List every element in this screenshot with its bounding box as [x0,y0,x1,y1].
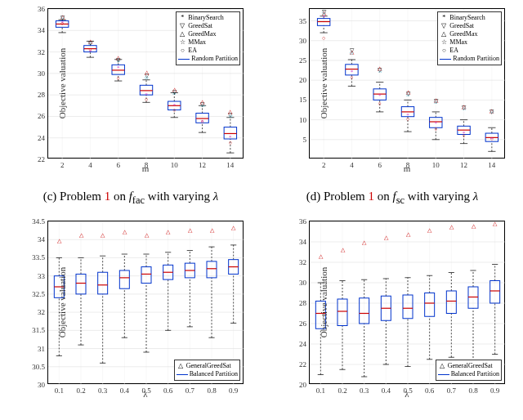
legend-item: Balanced Partition [177,370,238,378]
svg-text:△: △ [319,253,324,260]
svg-text:△: △ [427,227,432,234]
plot-area: *******▽▽▽▽▽▽▽△△△△△△△☆☆☆☆☆☆☆○○○○○○○ Obje… [309,8,505,159]
legend-item: Random Partition [440,55,499,63]
svg-text:○: ○ [172,107,176,114]
legend-item: △GreedMax [178,30,238,38]
svg-text:*: * [378,92,382,99]
y-axis-label: Objective valuation [319,267,329,337]
x-axis-label: m [309,163,505,173]
svg-text:△: △ [101,232,105,239]
svg-text:○: ○ [145,96,148,103]
svg-text:△: △ [123,229,127,235]
svg-text:*: * [117,65,120,71]
legend: *BinarySearch ▽GreedSat △GreedMax ☆MMax … [176,11,240,65]
svg-text:△: △ [210,227,215,234]
svg-text:△: △ [341,247,346,253]
caption-d: (d) Problem 1 on fsc with varying λ [270,190,515,207]
svg-text:○: ○ [350,74,353,81]
svg-text:△: △ [362,239,367,246]
svg-text:☆: ☆ [116,57,121,64]
legend-item: ▽GreedSat [440,22,499,30]
legend-item: ☆MMax [440,38,499,47]
svg-text:○: ○ [490,136,494,142]
y-axis-label: Objective valuation [319,48,329,118]
x-axis-label: λ [309,389,505,399]
svg-text:○: ○ [200,118,203,125]
legend: *BinarySearch ▽GreedSat △GreedMax ☆MMax … [437,11,502,65]
svg-text:○: ○ [406,116,409,123]
plot-area: △△△△△△△△△ Objective valuation △GeneralGr… [309,221,505,384]
svg-text:☆: ☆ [172,90,177,96]
svg-text:☆: ☆ [87,40,92,47]
svg-text:△: △ [493,221,498,227]
svg-text:△: △ [188,227,193,234]
svg-text:☆: ☆ [378,68,382,74]
legend-item: △GreedMax [440,30,499,38]
svg-text:○: ○ [229,140,232,146]
svg-text:☆: ☆ [489,109,494,115]
panel-bottom-right: △△△△△△△△△ Objective valuation △GeneralGr… [270,212,515,409]
legend-item: *BinarySearch [440,14,499,22]
svg-text:△: △ [449,224,454,230]
svg-text:△: △ [384,235,389,241]
panel-top-left: *******▽▽▽▽▽▽▽△△△△△△△☆☆☆☆☆☆☆○○○○○○○ Obje… [8,0,253,180]
legend-item: △GeneralGreedSat [438,362,499,370]
svg-text:○: ○ [434,126,437,132]
legend: △GeneralGreedSat Balanced Partition [174,360,240,381]
caption-c: (c) Problem 1 on ffac with varying λ [8,190,253,207]
legend-item: △GeneralGreedSat [177,362,238,370]
plot-area: △△△△△△△△△ Objective valuation △GeneralGr… [47,221,244,384]
svg-text:△: △ [406,231,411,238]
svg-text:△: △ [145,232,150,239]
panel-top-right: *******▽▽▽▽▽▽▽△△△△△△△☆☆☆☆☆☆☆○○○○○○○ Obje… [270,0,515,180]
svg-text:○: ○ [60,20,64,27]
svg-text:☆: ☆ [200,102,205,109]
legend-item: ☆MMax [178,38,238,47]
x-axis-label: λ [47,389,244,399]
svg-text:○: ○ [117,75,120,82]
svg-text:○: ○ [378,101,382,107]
x-axis-label: m [47,163,244,173]
legend-item: ○EA [440,47,499,55]
y-axis-label: Objective valuation [57,48,67,118]
svg-text:○: ○ [88,47,92,53]
plot-area: *******▽▽▽▽▽▽▽△△△△△△△☆☆☆☆☆☆☆○○○○○○○ Obje… [47,8,244,159]
legend-item: Random Partition [178,55,238,63]
svg-text:△: △ [472,223,476,230]
legend: △GeneralGreedSat Balanced Partition [436,360,502,381]
svg-text:☆: ☆ [228,113,233,119]
y-axis-label: Objective valuation [57,267,67,337]
svg-text:☆: ☆ [144,74,149,81]
svg-text:○: ○ [462,132,465,139]
svg-text:☆: ☆ [321,10,326,16]
svg-text:△: △ [79,232,84,239]
legend-item: *BinarySearch [178,14,238,22]
panel-bottom-left: △△△△△△△△△ Objective valuation △GeneralGr… [8,212,253,409]
svg-text:△: △ [166,229,171,235]
svg-text:☆: ☆ [349,50,354,56]
svg-text:☆: ☆ [433,99,438,105]
svg-text:△: △ [57,238,62,244]
legend-item: ○EA [178,47,238,55]
svg-text:☆: ☆ [405,92,410,98]
svg-text:△: △ [231,225,236,231]
legend-item: ▽GreedSat [178,22,238,30]
svg-text:☆: ☆ [462,105,467,112]
legend-item: Balanced Partition [438,370,499,378]
svg-text:○: ○ [322,35,325,42]
